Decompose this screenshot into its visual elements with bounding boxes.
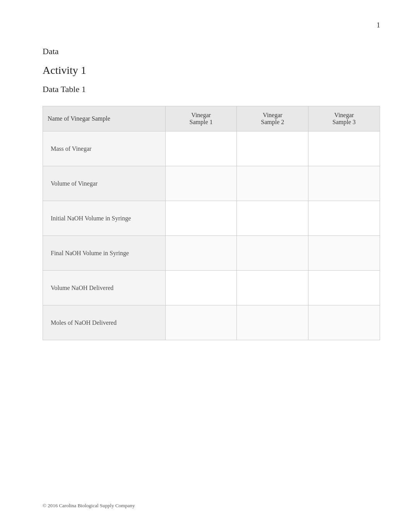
row-0-col3[interactable] [308, 131, 380, 166]
page-number: 1 [377, 21, 380, 29]
table-row: Mass of Vinegar [43, 131, 380, 166]
row-label: Moles of NaOH Delivered [43, 305, 166, 340]
data-table: Name of Vinegar Sample VinegarSample 1 V… [43, 106, 380, 340]
row-label: Volume NaOH Delivered [43, 271, 166, 305]
header-row-label: Name of Vinegar Sample [43, 106, 166, 131]
header-col2: VinegarSample 2 [237, 106, 308, 131]
row-3-col1[interactable] [165, 236, 237, 271]
row-0-col1[interactable] [165, 131, 237, 166]
row-label: Final NaOH Volume in Syringe [43, 236, 166, 271]
row-0-col2[interactable] [237, 131, 308, 166]
table-row: Moles of NaOH Delivered [43, 305, 380, 340]
table-row: Final NaOH Volume in Syringe [43, 236, 380, 271]
header-col3: VinegarSample 3 [308, 106, 380, 131]
row-1-col3[interactable] [308, 166, 380, 201]
row-2-col3[interactable] [308, 201, 380, 236]
table-row: Volume NaOH Delivered [43, 271, 380, 305]
row-4-col1[interactable] [165, 271, 237, 305]
table-row: Initial NaOH Volume in Syringe [43, 201, 380, 236]
row-label: Mass of Vinegar [43, 131, 166, 166]
row-3-col2[interactable] [237, 236, 308, 271]
page: 1 Data Activity 1 Data Table 1 Name of V… [0, 0, 411, 532]
table-row: Volume of Vinegar [43, 166, 380, 201]
row-5-col1[interactable] [165, 305, 237, 340]
table-header-row: Name of Vinegar Sample VinegarSample 1 V… [43, 106, 380, 131]
table-title: Data Table 1 [43, 84, 380, 94]
row-4-col3[interactable] [308, 271, 380, 305]
header-col1: VinegarSample 1 [165, 106, 237, 131]
row-2-col2[interactable] [237, 201, 308, 236]
row-4-col2[interactable] [237, 271, 308, 305]
row-1-col1[interactable] [165, 166, 237, 201]
activity-title: Activity 1 [43, 64, 380, 77]
section-label: Data [43, 46, 380, 56]
row-5-col2[interactable] [237, 305, 308, 340]
row-2-col1[interactable] [165, 201, 237, 236]
row-1-col2[interactable] [237, 166, 308, 201]
row-label: Volume of Vinegar [43, 166, 166, 201]
row-5-col3[interactable] [308, 305, 380, 340]
row-3-col3[interactable] [308, 236, 380, 271]
row-label: Initial NaOH Volume in Syringe [43, 201, 166, 236]
footer-copyright: © 2016 Carolina Biological Supply Compan… [43, 503, 135, 509]
